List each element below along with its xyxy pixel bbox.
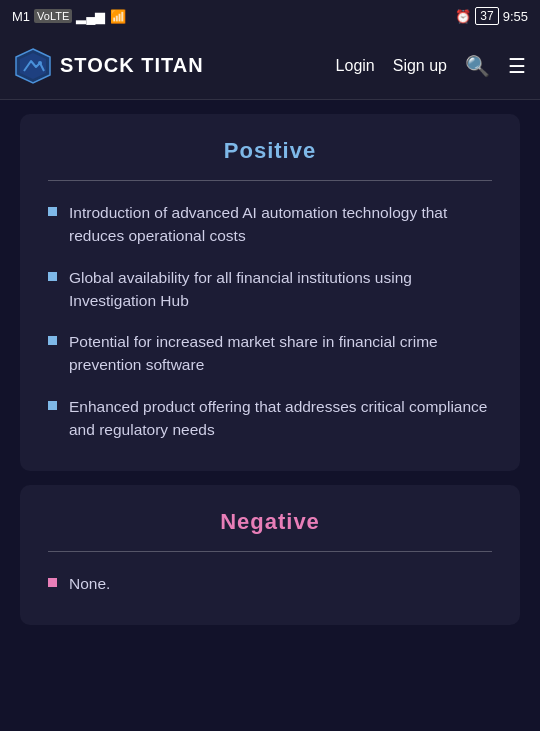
negative-list: None. <box>48 572 492 595</box>
time-label: 9:55 <box>503 9 528 24</box>
wifi-icon: 📶 <box>110 9 126 24</box>
list-item-text: Global availability for all financial in… <box>69 266 492 313</box>
bullet-icon <box>48 401 57 410</box>
search-icon[interactable]: 🔍 <box>465 54 490 78</box>
carrier-label: M1 <box>12 9 30 24</box>
bullet-icon <box>48 578 57 587</box>
list-item: Potential for increased market share in … <box>48 330 492 377</box>
logo-icon <box>14 47 52 85</box>
status-bar: M1 VoLTE ▂▄▆ 📶 ⏰ 37 9:55 <box>0 0 540 32</box>
signal-icon: ▂▄▆ <box>76 9 105 24</box>
list-item: Introduction of advanced AI automation t… <box>48 201 492 248</box>
positive-title: Positive <box>48 138 492 164</box>
content-area: Positive Introduction of advanced AI aut… <box>0 100 540 731</box>
logo-text: STOCK TITAN <box>60 54 204 77</box>
list-item: Global availability for all financial in… <box>48 266 492 313</box>
positive-divider <box>48 180 492 181</box>
status-left: M1 VoLTE ▂▄▆ 📶 <box>12 9 126 24</box>
negative-section: Negative None. <box>20 485 520 625</box>
status-right: ⏰ 37 9:55 <box>455 7 528 25</box>
login-link[interactable]: Login <box>336 57 375 75</box>
navbar: STOCK TITAN Login Sign up 🔍 ☰ <box>0 32 540 100</box>
battery-icon: 37 <box>475 7 498 25</box>
list-item-text: Enhanced product offering that addresses… <box>69 395 492 442</box>
list-item: Enhanced product offering that addresses… <box>48 395 492 442</box>
menu-icon[interactable]: ☰ <box>508 54 526 78</box>
positive-section: Positive Introduction of advanced AI aut… <box>20 114 520 471</box>
list-item-text: Potential for increased market share in … <box>69 330 492 377</box>
alarm-icon: ⏰ <box>455 9 471 24</box>
nav-links: Login Sign up 🔍 ☰ <box>336 54 526 78</box>
volte-label: VoLTE <box>34 9 72 23</box>
list-item-text: None. <box>69 572 110 595</box>
bullet-icon <box>48 272 57 281</box>
bullet-icon <box>48 207 57 216</box>
list-item: None. <box>48 572 492 595</box>
list-item-text: Introduction of advanced AI automation t… <box>69 201 492 248</box>
bullet-icon <box>48 336 57 345</box>
svg-point-2 <box>38 61 42 65</box>
negative-title: Negative <box>48 509 492 535</box>
logo-container: STOCK TITAN <box>14 47 336 85</box>
positive-list: Introduction of advanced AI automation t… <box>48 201 492 441</box>
negative-divider <box>48 551 492 552</box>
signup-link[interactable]: Sign up <box>393 57 447 75</box>
